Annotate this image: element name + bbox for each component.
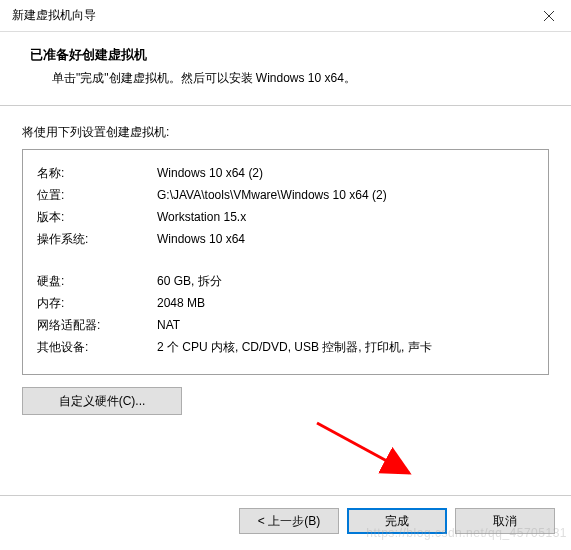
svg-line-0 <box>317 423 409 473</box>
close-icon <box>544 11 554 21</box>
header-subtitle: 单击"完成"创建虚拟机。然后可以安装 Windows 10 x64。 <box>52 70 551 87</box>
header-section: 已准备好创建虚拟机 单击"完成"创建虚拟机。然后可以安装 Windows 10 … <box>0 32 571 106</box>
window-title: 新建虚拟机向导 <box>12 7 96 24</box>
settings-row: 版本: Workstation 15.x <box>37 206 534 228</box>
settings-box: 名称: Windows 10 x64 (2) 位置: G:\JAVA\tools… <box>22 149 549 375</box>
cancel-button[interactable]: 取消 <box>455 508 555 534</box>
settings-key: 版本: <box>37 206 157 228</box>
customize-hardware-button[interactable]: 自定义硬件(C)... <box>22 387 182 415</box>
settings-key: 内存: <box>37 292 157 314</box>
footer-buttons: < 上一步(B) 完成 取消 <box>0 495 571 550</box>
settings-row: 名称: Windows 10 x64 (2) <box>37 162 534 184</box>
settings-value: Windows 10 x64 <box>157 228 534 250</box>
settings-key: 位置: <box>37 184 157 206</box>
settings-key: 网络适配器: <box>37 314 157 336</box>
settings-row: 操作系统: Windows 10 x64 <box>37 228 534 250</box>
settings-row: 网络适配器: NAT <box>37 314 534 336</box>
settings-row: 内存: 2048 MB <box>37 292 534 314</box>
settings-value: G:\JAVA\tools\VMware\Windows 10 x64 (2) <box>157 184 534 206</box>
titlebar: 新建虚拟机向导 <box>0 0 571 32</box>
settings-label: 将使用下列设置创建虚拟机: <box>22 124 549 141</box>
settings-key: 名称: <box>37 162 157 184</box>
settings-value: 2048 MB <box>157 292 534 314</box>
annotation-arrow-icon <box>309 415 429 485</box>
settings-value: 60 GB, 拆分 <box>157 270 534 292</box>
settings-key: 其他设备: <box>37 336 157 358</box>
finish-button[interactable]: 完成 <box>347 508 447 534</box>
settings-key: 操作系统: <box>37 228 157 250</box>
back-button[interactable]: < 上一步(B) <box>239 508 339 534</box>
spacer <box>22 421 549 481</box>
settings-value: NAT <box>157 314 534 336</box>
settings-row: 位置: G:\JAVA\tools\VMware\Windows 10 x64 … <box>37 184 534 206</box>
settings-row: 硬盘: 60 GB, 拆分 <box>37 270 534 292</box>
content-area: 将使用下列设置创建虚拟机: 名称: Windows 10 x64 (2) 位置:… <box>0 106 571 495</box>
settings-row: 其他设备: 2 个 CPU 内核, CD/DVD, USB 控制器, 打印机, … <box>37 336 534 358</box>
settings-value: 2 个 CPU 内核, CD/DVD, USB 控制器, 打印机, 声卡 <box>157 336 534 358</box>
header-title: 已准备好创建虚拟机 <box>30 46 551 64</box>
settings-value: Workstation 15.x <box>157 206 534 228</box>
wizard-window: 新建虚拟机向导 已准备好创建虚拟机 单击"完成"创建虚拟机。然后可以安装 Win… <box>0 0 571 550</box>
settings-key: 硬盘: <box>37 270 157 292</box>
settings-table: 名称: Windows 10 x64 (2) 位置: G:\JAVA\tools… <box>37 162 534 358</box>
settings-value: Windows 10 x64 (2) <box>157 162 534 184</box>
close-button[interactable] <box>526 0 571 32</box>
